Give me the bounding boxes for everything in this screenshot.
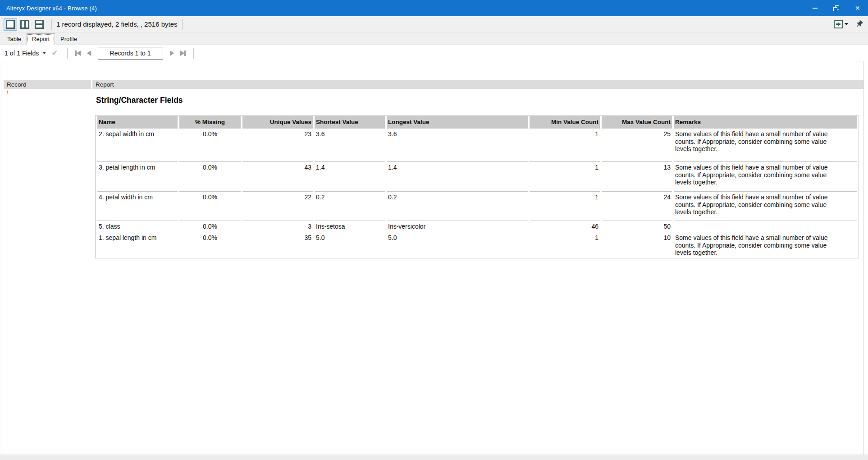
column-header-remarks: Remarks (674, 116, 857, 128)
cell-min: 1 (530, 232, 600, 258)
table-row: 1. sepal length in cm0.0%355.05.0110Some… (97, 232, 857, 258)
cell-missing: 0.0% (179, 161, 241, 191)
cell-longest: 3.6 (387, 128, 528, 161)
cell-remarks (674, 221, 857, 232)
string-fields-table: Name% MissingUnique ValuesShortest Value… (95, 115, 859, 258)
table-row: 3. petal length in cm0.0%431.41.4113Some… (97, 161, 857, 191)
cell-shortest: 3.6 (315, 128, 385, 161)
report-column-header: Report (92, 80, 864, 89)
apply-check-icon[interactable]: ✔ (51, 49, 58, 57)
cell-max: 10 (602, 232, 672, 258)
column-header-missing: % Missing (179, 116, 241, 128)
close-button[interactable]: ✕ (847, 0, 868, 16)
cell-max: 25 (602, 128, 672, 161)
cell-max: 24 (602, 191, 672, 221)
cell-remarks: Some values of this field have a small n… (674, 191, 857, 221)
records-range-box[interactable]: Records 1 to 1 (98, 47, 163, 60)
record-number-cell: 1 (6, 90, 9, 95)
cell-shortest: 5.0 (315, 232, 385, 258)
right-frame-line (863, 61, 864, 455)
record-navigation-bar: 1 of 1 Fields ✔ Records 1 to 1 (0, 45, 868, 61)
cell-name: 5. class (97, 221, 178, 232)
first-record-button[interactable] (75, 51, 81, 56)
single-pane-icon (6, 20, 15, 29)
column-header-longest: Longest Value (387, 116, 528, 128)
cell-name: 2. sepal width in cm (97, 128, 178, 161)
last-record-icon (180, 51, 184, 56)
restore-icon (833, 5, 839, 11)
next-record-button[interactable] (170, 51, 174, 56)
chevron-down-icon (845, 23, 848, 25)
pin-button[interactable] (854, 18, 864, 30)
toolbar-separator (182, 19, 183, 30)
cell-longest: 1.4 (387, 161, 528, 191)
record-status-text: 1 record displayed, 2 fields, , 2516 byt… (56, 20, 178, 28)
vertical-split-button[interactable] (18, 18, 32, 31)
cell-missing: 0.0% (179, 191, 241, 221)
cell-remarks: Some values of this field have a small n… (674, 128, 857, 161)
open-new-window-icon (834, 20, 843, 28)
column-header-unique: Unique Values (242, 116, 313, 128)
cell-unique: 3 (242, 221, 313, 232)
record-column-header: Record (4, 80, 91, 89)
single-pane-button[interactable] (4, 18, 17, 31)
cell-name: 3. petal length in cm (97, 161, 178, 191)
cell-shortest: 1.4 (315, 161, 385, 191)
bottom-scroll-strip[interactable] (0, 455, 868, 460)
titlebar: Alteryx Designer x64 - Browse (4) ✕ (0, 0, 868, 16)
tab-table[interactable]: Table (2, 33, 27, 45)
cell-min: 1 (530, 128, 600, 161)
chevron-down-icon (42, 52, 46, 54)
minimize-icon (813, 8, 818, 9)
browse-window: Alteryx Designer x64 - Browse (4) ✕ 1 re… (0, 0, 868, 460)
cell-shortest: 0.2 (315, 191, 385, 221)
cell-max: 50 (602, 221, 672, 232)
column-header-name: Name (97, 116, 178, 128)
tab-profile[interactable]: Profile (55, 33, 82, 45)
fields-table-body: 2. sepal width in cm0.0%233.63.6125Some … (97, 128, 857, 258)
view-tabs: Table Report Profile (0, 32, 868, 45)
vertical-split-icon (20, 20, 29, 29)
cell-name: 4. petal width in cm (97, 191, 178, 221)
restore-button[interactable] (826, 0, 847, 16)
left-frame-line (1, 61, 1, 455)
previous-record-button[interactable] (87, 51, 91, 56)
cell-min: 1 (530, 191, 600, 221)
next-record-icon (170, 51, 174, 56)
browse-toolbar: 1 record displayed, 2 fields, , 2516 byt… (0, 16, 868, 32)
cell-longest: 0.2 (387, 191, 528, 221)
horizontal-split-button[interactable] (32, 18, 46, 31)
column-header-max: Max Value Count (602, 116, 672, 128)
window-title: Alteryx Designer x64 - Browse (4) (6, 5, 804, 12)
table-row: 4. petal width in cm0.0%220.20.2124Some … (97, 191, 857, 221)
window-controls: ✕ (804, 0, 868, 16)
cell-min: 1 (530, 161, 600, 191)
nav-separator (67, 48, 68, 59)
field-selector-dropdown[interactable]: 1 of 1 Fields (5, 50, 46, 57)
pushpin-icon (853, 18, 865, 30)
cell-longest: Iris-versicolor (387, 221, 528, 232)
cell-name: 1. sepal length in cm (97, 232, 178, 258)
previous-record-icon (87, 51, 91, 56)
last-record-button[interactable] (180, 51, 186, 56)
horizontal-split-icon (35, 20, 44, 29)
cell-unique: 43 (242, 161, 313, 191)
column-header-min: Min Value Count (530, 116, 600, 128)
report-view: Record Report 1 String/Character Fields … (0, 61, 868, 455)
cell-max: 13 (602, 161, 672, 191)
cell-unique: 35 (242, 232, 313, 258)
nav-separator (193, 48, 194, 59)
cell-unique: 22 (242, 191, 313, 221)
tab-report[interactable]: Report (27, 33, 55, 45)
minimize-button[interactable] (804, 0, 826, 16)
cell-longest: 5.0 (387, 232, 528, 258)
cell-missing: 0.0% (179, 232, 241, 258)
toolbar-separator (51, 19, 52, 30)
close-icon: ✕ (855, 5, 860, 11)
open-new-window-button[interactable] (834, 20, 848, 28)
cell-min: 46 (530, 221, 600, 232)
fields-table-header-row: Name% MissingUnique ValuesShortest Value… (97, 116, 857, 128)
cell-unique: 23 (242, 128, 313, 161)
table-row: 5. class0.0%3Iris-setosaIris-versicolor4… (97, 221, 857, 232)
table-row: 2. sepal width in cm0.0%233.63.6125Some … (97, 128, 857, 161)
